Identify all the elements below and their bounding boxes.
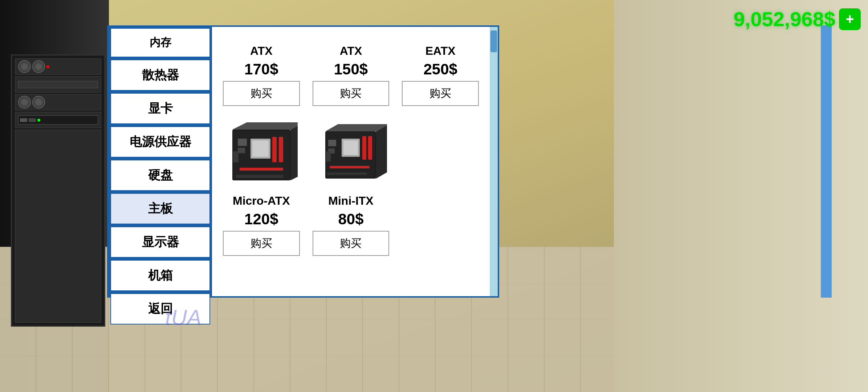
fan-icon <box>18 96 31 109</box>
rack-slot <box>15 94 101 110</box>
sidebar-item-monitor[interactable]: 显示器 <box>110 226 210 258</box>
buy-button-atx1[interactable]: 购买 <box>223 81 300 106</box>
product-name-miniitx: Mini-ITX <box>328 194 373 208</box>
computer-rack <box>11 54 105 327</box>
balance-amount: 9,052,968$ <box>734 7 835 31</box>
main-panel: 内存 散热器 显卡 电源供应器 硬盘 主板 显示器 机箱 返回 <box>107 25 499 298</box>
svg-rect-12 <box>233 151 239 162</box>
buy-button-eatx[interactable]: 购买 <box>402 81 479 106</box>
product-card-microatx: Micro-ATX 120$ 购买 <box>219 115 303 260</box>
svg-rect-7 <box>279 137 283 162</box>
add-funds-button[interactable]: + <box>839 8 861 30</box>
product-name-microatx: Micro-ATX <box>233 194 290 208</box>
product-name-atx2: ATX <box>340 44 362 58</box>
rack-slot <box>15 112 101 128</box>
svg-marker-15 <box>376 124 387 179</box>
rack-slot <box>15 76 101 93</box>
svg-rect-11 <box>236 175 283 178</box>
svg-rect-5 <box>252 140 269 157</box>
product-name-atx1: ATX <box>250 44 273 58</box>
sidebar-item-memory[interactable]: 内存 <box>110 28 210 57</box>
right-blue-bar <box>821 25 832 298</box>
product-price-atx2: 150$ <box>334 61 368 78</box>
svg-rect-24 <box>327 172 367 175</box>
sidebar-item-case[interactable]: 机箱 <box>110 260 210 291</box>
buy-button-atx2[interactable]: 购买 <box>313 81 390 106</box>
svg-rect-21 <box>330 166 370 168</box>
svg-marker-14 <box>325 124 387 131</box>
product-card-miniitx: Mini-ITX 80$ 购买 <box>309 115 393 260</box>
product-name-eatx: EATX <box>425 44 456 58</box>
rack-slot <box>15 58 101 75</box>
sidebar-item-hdd[interactable]: 硬盘 <box>110 160 210 191</box>
svg-marker-2 <box>290 122 298 180</box>
svg-rect-25 <box>326 151 331 162</box>
svg-rect-19 <box>362 136 366 160</box>
product-card-atx1: ATX 170$ 购买 <box>219 30 303 110</box>
product-list: ATX 170$ 购买 ATX 150$ 购买 EATX 250$ 购买 <box>212 27 490 296</box>
sidebar-item-mobo[interactable]: 主板 <box>110 193 210 224</box>
product-image-microatx <box>225 119 298 191</box>
rack-light <box>46 65 49 68</box>
scrollbar-thumb[interactable] <box>490 30 497 52</box>
product-card-atx2: ATX 150$ 购买 <box>309 30 393 110</box>
fan-icon <box>32 60 45 73</box>
rack-slot <box>15 130 101 323</box>
product-card-eatx: EATX 250$ 购买 <box>398 30 482 110</box>
sidebar-item-cooler[interactable]: 散热器 <box>110 60 210 91</box>
sidebar: 内存 散热器 显卡 电源供应器 硬盘 主板 显示器 机箱 返回 <box>109 27 212 296</box>
svg-rect-6 <box>272 137 277 162</box>
product-price-eatx: 250$ <box>423 61 457 78</box>
sidebar-item-gpu[interactable]: 显卡 <box>110 93 210 124</box>
svg-rect-20 <box>368 136 372 160</box>
svg-rect-8 <box>240 168 283 171</box>
product-price-miniitx: 80$ <box>338 211 363 228</box>
scrollbar[interactable] <box>490 27 498 296</box>
fan-icon <box>18 60 31 73</box>
fan-icon <box>32 96 45 109</box>
product-price-microatx: 120$ <box>244 211 278 228</box>
sidebar-item-psu[interactable]: 电源供应器 <box>110 126 210 158</box>
svg-rect-22 <box>328 140 336 146</box>
svg-rect-10 <box>238 148 245 153</box>
buy-button-miniitx[interactable]: 购买 <box>313 231 390 256</box>
svg-marker-1 <box>232 122 298 130</box>
svg-rect-9 <box>238 139 247 146</box>
product-price-atx1: 170$ <box>244 61 278 78</box>
balance-container: 9,052,968$ + <box>734 7 861 31</box>
sidebar-item-back[interactable]: 返回 <box>110 293 210 324</box>
buy-button-microatx[interactable]: 购买 <box>223 231 300 256</box>
svg-rect-18 <box>343 140 358 155</box>
product-image-miniitx <box>314 119 387 191</box>
